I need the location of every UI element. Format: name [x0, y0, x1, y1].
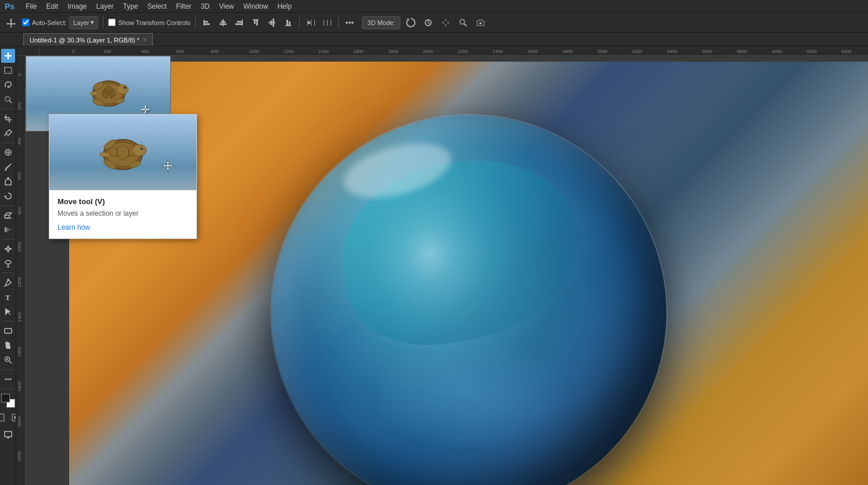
layer-dropdown-arrow: ▾ — [91, 19, 94, 26]
align-top-edges[interactable] — [249, 17, 262, 28]
canvas-wrapper[interactable]: ✛ — [26, 56, 868, 485]
more-options-button[interactable]: ••• — [343, 17, 357, 28]
align-vertical-centers[interactable] — [266, 17, 278, 28]
tool-blur[interactable] — [1, 242, 15, 256]
menu-filter[interactable]: Filter — [172, 1, 196, 12]
ruler-mark-2400: 2400 — [493, 49, 503, 54]
distribute-h-centers[interactable] — [321, 17, 333, 28]
horizontal-ruler: 0 200 400 600 800 1000 1200 1400 1600 18… — [40, 47, 868, 56]
tool-dodge[interactable] — [1, 256, 15, 270]
tool-clone-stamp[interactable] — [1, 174, 15, 188]
3d-pan-button[interactable] — [439, 16, 453, 29]
menu-3d[interactable]: 3D — [197, 1, 214, 12]
align-left-edges[interactable] — [200, 17, 213, 28]
menu-select[interactable]: Select — [144, 1, 171, 12]
tool-zoom[interactable] — [1, 353, 15, 367]
tool-healing[interactable] — [1, 145, 15, 159]
align-bottom-edges[interactable] — [282, 17, 295, 28]
svg-rect-6 — [220, 23, 227, 25]
tool-lasso[interactable] — [1, 78, 15, 92]
svg-marker-31 — [4, 52, 12, 60]
v-ruler-mark-400: 400 — [17, 137, 22, 145]
tool-eraser[interactable] — [1, 208, 15, 222]
standard-mode[interactable] — [0, 411, 8, 425]
align-horizontal-centers[interactable] — [217, 17, 229, 28]
tool-gradient[interactable] — [1, 223, 15, 237]
tooltip-image — [49, 115, 196, 190]
tool-path-select[interactable] — [1, 305, 15, 319]
separator-1 — [103, 17, 103, 28]
tool-marquee[interactable] — [1, 63, 15, 77]
color-swatches[interactable] — [1, 394, 15, 408]
align-right-edges[interactable] — [233, 17, 246, 28]
tool-separator-4 — [2, 239, 14, 240]
svg-rect-68 — [0, 414, 4, 421]
svg-point-79 — [117, 85, 129, 94]
svg-point-28 — [460, 19, 464, 24]
ruler-mark-1400: 1400 — [318, 49, 329, 54]
svg-point-65 — [5, 379, 6, 380]
foreground-color-swatch[interactable] — [1, 394, 10, 402]
tool-separator-7 — [2, 369, 14, 370]
3d-camera-button[interactable] — [474, 16, 487, 29]
menu-image[interactable]: Image — [63, 1, 91, 12]
3d-zoom-button[interactable] — [456, 16, 470, 29]
ruler-mark-3400: 3400 — [667, 49, 677, 54]
main-area: T — [0, 47, 868, 485]
layer-dropdown[interactable]: Layer ▾ — [69, 16, 99, 29]
svg-point-66 — [7, 379, 9, 380]
tooltip-learn-link[interactable]: Learn how — [58, 223, 90, 231]
svg-rect-20 — [311, 20, 311, 26]
tool-extras[interactable] — [1, 372, 15, 386]
tool-move[interactable] — [1, 49, 15, 63]
tool-hand[interactable] — [1, 338, 15, 352]
tool-eyedropper[interactable] — [1, 126, 15, 140]
tool-brush[interactable] — [1, 160, 15, 174]
svg-rect-5 — [221, 21, 225, 23]
auto-select-container: Auto-Select: Layer ▾ — [22, 16, 98, 29]
ruler-mark-2800: 2800 — [562, 49, 573, 54]
3d-roll-button[interactable] — [421, 16, 435, 29]
svg-rect-23 — [324, 20, 324, 26]
tooltip-turtle-svg — [71, 122, 174, 183]
v-ruler-mark-800: 800 — [17, 207, 22, 215]
svg-marker-59 — [5, 308, 11, 315]
tab-close-button[interactable]: × — [143, 37, 146, 43]
ruler-mark-3800: 3800 — [737, 49, 747, 54]
menu-window[interactable]: Window — [239, 1, 272, 12]
3d-rotate-button[interactable] — [404, 16, 418, 29]
tool-crop[interactable] — [1, 112, 15, 126]
svg-rect-60 — [5, 329, 12, 333]
svg-rect-15 — [272, 19, 274, 27]
menu-view[interactable]: View — [215, 1, 238, 12]
tool-shape[interactable] — [1, 324, 15, 338]
move-tool-indicator[interactable] — [3, 16, 19, 30]
menu-layer[interactable]: Layer — [92, 1, 118, 12]
ruler-mark-2200: 2200 — [458, 49, 468, 54]
tool-history-brush[interactable] — [1, 189, 15, 203]
menu-file[interactable]: File — [21, 1, 41, 12]
ruler-mark-0: 0 — [72, 49, 74, 54]
auto-select-checkbox[interactable] — [22, 19, 30, 26]
screen-mode[interactable] — [1, 427, 15, 441]
v-ruler-mark-600: 600 — [17, 172, 22, 180]
tool-quick-select[interactable] — [1, 92, 15, 106]
menu-help[interactable]: Help — [273, 1, 296, 12]
document-tab[interactable]: Untitled-1 @ 30.3% (Layer 1, RGB/8) * × — [23, 33, 153, 46]
transform-checkbox[interactable] — [108, 19, 116, 26]
menu-edit[interactable]: Edit — [42, 1, 62, 12]
canvas-content: 0 200 400 600 800 1000 1200 1400 1600 18… — [16, 56, 868, 485]
svg-point-30 — [479, 22, 482, 24]
svg-point-43 — [5, 169, 6, 171]
svg-point-90 — [132, 145, 146, 156]
svg-rect-22 — [308, 22, 310, 24]
distribute-left[interactable] — [304, 17, 317, 28]
v-ruler-mark-200: 200 — [17, 102, 22, 110]
svg-rect-2 — [205, 21, 208, 23]
quick-mask-mode[interactable] — [9, 411, 17, 425]
menu-type[interactable]: Type — [119, 1, 142, 12]
svg-rect-21 — [314, 20, 315, 26]
v-ruler-mark-1600: 1600 — [17, 347, 22, 357]
tool-type[interactable]: T — [1, 290, 15, 304]
tool-pen[interactable] — [1, 276, 15, 290]
